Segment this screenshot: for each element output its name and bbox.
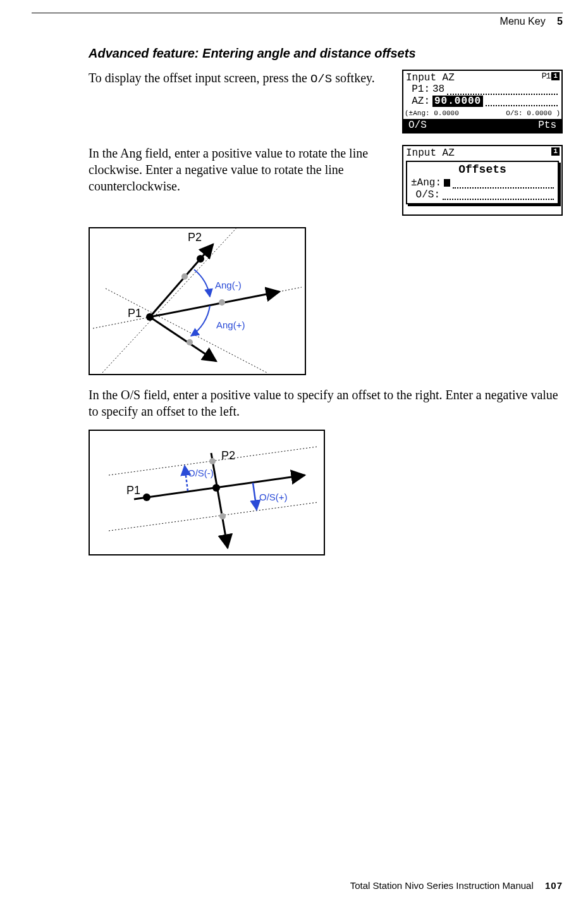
svg-line-1 [150, 317, 216, 361]
svg-point-15 [143, 493, 150, 501]
ang-neg-label: Ang(-) [215, 280, 242, 290]
diagram-p1-label: P1 [128, 307, 142, 320]
offsets-box-title: Offsets [411, 163, 554, 177]
page-indicator-icon: 1 [551, 72, 560, 80]
diagram-p2-label: P2 [221, 449, 235, 462]
svg-line-14 [109, 502, 317, 531]
diagram-p1-label: P1 [126, 484, 140, 497]
os-neg-label: O/S(-) [188, 468, 214, 478]
ang-input-label: ±Ang: [411, 177, 441, 189]
ang-pos-label: Ang(+) [216, 320, 245, 330]
section-name: Menu Key [500, 16, 546, 27]
paragraph-1: To display the offset input screen, pres… [89, 70, 392, 87]
page-footer: Total Station Nivo Series Instruction Ma… [350, 880, 563, 891]
softkey-bar: O/S Pts [403, 119, 561, 132]
svg-point-8 [181, 273, 188, 280]
softkey-pts[interactable]: Pts [538, 120, 556, 131]
lcd-screen-input-az: 1 Input AZ P1∎⚑ P1: 38 AZ: 90.0000 [402, 70, 563, 133]
distance-offset-diagram: P1 P2 O/S(-) O/S(+) [89, 430, 325, 555]
running-head: Menu Key 5 [32, 16, 563, 27]
svg-line-3 [102, 228, 248, 373]
paragraph-3: In the O/S field, enter a positive value… [89, 387, 563, 419]
svg-line-5 [106, 289, 267, 373]
angle-offset-diagram: P1 P2 Ang(-) Ang(+) [89, 227, 306, 375]
svg-line-20 [253, 483, 257, 510]
svg-point-7 [197, 255, 204, 263]
svg-point-6 [146, 313, 154, 321]
os-pos-label: O/S(+) [259, 492, 288, 502]
screen-title: Input AZ [406, 147, 455, 159]
page-indicator-icon: 1 [551, 147, 560, 156]
chapter-number: 5 [557, 16, 563, 27]
az-value: 90.0000 [432, 96, 483, 107]
section-heading: Advanced feature: Entering angle and dis… [89, 46, 563, 61]
svg-point-16 [212, 484, 220, 492]
text-cursor-icon [444, 179, 450, 187]
svg-line-12 [211, 453, 228, 548]
softkey-os[interactable]: O/S [408, 120, 427, 131]
svg-point-10 [219, 299, 225, 306]
diagram-p2-label: P2 [188, 231, 202, 244]
os-input-label: O/S: [411, 189, 440, 201]
page-number: 107 [545, 880, 563, 891]
softkey-name: O/S [310, 72, 332, 86]
p1-label: P1: [407, 84, 430, 95]
lcd-screen-offsets: 1 Input AZ ⚑ Offsets ±Ang: O/S: [402, 145, 563, 216]
svg-point-17 [209, 458, 216, 464]
screen-title: Input AZ [406, 72, 455, 84]
manual-title: Total Station Nivo Series Instruction Ma… [350, 880, 534, 891]
az-label: AZ: [407, 96, 430, 107]
status-line: (±Ang: 0.0000 O/S: 0.0000 ) [403, 108, 561, 119]
svg-point-18 [219, 513, 226, 519]
p1-value: 38 [432, 84, 444, 95]
paragraph-2: In the Ang field, enter a positive value… [89, 145, 392, 194]
svg-point-9 [187, 339, 193, 345]
